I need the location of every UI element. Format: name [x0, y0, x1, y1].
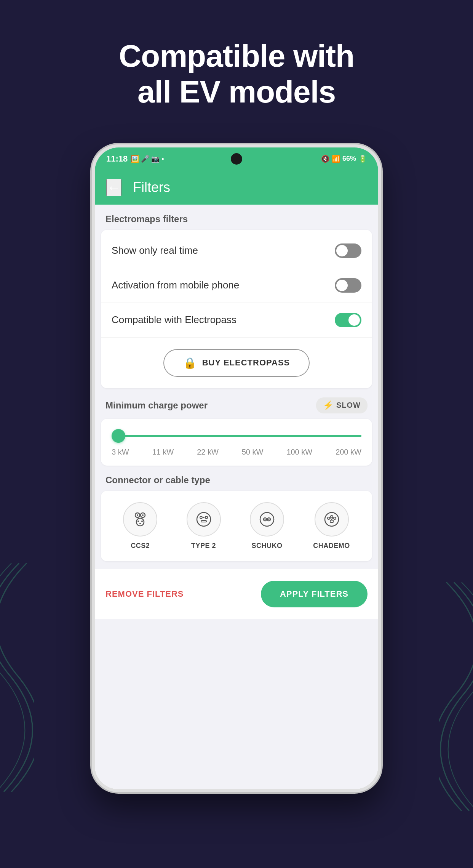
status-time: 11:18 🖼️ 🎤 📷 •: [106, 154, 164, 164]
slider-label-100kw: 100 kW: [286, 448, 312, 456]
phone-content[interactable]: Electromaps filters Show only real time …: [95, 205, 378, 789]
svg-point-16: [264, 519, 265, 520]
svg-rect-12: [201, 520, 206, 522]
connector-icon-ccs2: [123, 502, 157, 536]
svg-point-8: [197, 512, 211, 526]
slider-track-container: [112, 430, 361, 442]
toggle-knob-realtime: [336, 245, 348, 256]
svg-point-2: [137, 514, 138, 516]
toggle-knob-electropass: [348, 314, 360, 326]
connector-label-chademo: CHADEMO: [313, 542, 350, 550]
back-button[interactable]: ←: [106, 179, 121, 196]
connector-label-type2: TYPE 2: [191, 542, 216, 550]
connector-label-ccs2: CCS2: [131, 542, 150, 550]
slider-label-200kw: 200 kW: [336, 448, 361, 456]
svg-point-19: [328, 517, 330, 519]
svg-point-11: [203, 517, 205, 518]
slider-labels: 3 kW 11 kW 22 kW 50 kW 100 kW 200 kW: [112, 448, 361, 456]
connector-grid: CCS2 TYPE 2: [101, 491, 372, 561]
filters-section-label: Electromaps filters: [95, 205, 378, 230]
filter-row-mobile: Activation from mobile phone: [101, 268, 372, 303]
connector-chademo[interactable]: CHADEMO: [313, 502, 350, 550]
power-badge-label: SLOW: [336, 401, 361, 410]
slider-track: [112, 435, 361, 437]
filter-row-electropass: Compatible with Electropass: [101, 303, 372, 338]
svg-point-3: [142, 514, 144, 516]
phone-frame: 11:18 🖼️ 🎤 📷 • 🔇 📶 66% 🔋 ← Filters Elect…: [92, 144, 381, 792]
filter-label-realtime: Show only real time: [112, 245, 198, 256]
connector-label-schuko: SCHUKO: [251, 542, 282, 550]
toggle-realtime[interactable]: [335, 243, 361, 258]
phone-mockup: 11:18 🖼️ 🎤 📷 • 🔇 📶 66% 🔋 ← Filters Elect…: [0, 133, 473, 792]
power-title: Minimum charge power: [105, 400, 208, 411]
filter-label-mobile: Activation from mobile phone: [112, 279, 239, 291]
header-title: Filters: [133, 179, 170, 195]
camera-notch: [231, 153, 242, 165]
svg-point-17: [268, 519, 269, 520]
connector-section-label: Connector or cable type: [101, 466, 372, 491]
svg-point-4: [136, 518, 144, 526]
filter-row-realtime: Show only real time: [101, 234, 372, 268]
slider-label-3kw: 3 kW: [112, 448, 129, 456]
filter-card: Show only real time Activation from mobi…: [101, 230, 372, 388]
toggle-electropass[interactable]: [335, 313, 361, 327]
power-badge: ⚡ SLOW: [316, 397, 368, 413]
connector-icon-schuko: [250, 502, 284, 536]
slider-label-22kw: 22 kW: [197, 448, 219, 456]
remove-filters-button[interactable]: REMOVE FILTERS: [105, 589, 184, 599]
power-header: Minimum charge power ⚡ SLOW: [101, 388, 372, 419]
svg-point-10: [205, 516, 208, 519]
lock-icon: 🔒: [183, 357, 197, 369]
slider-card: 3 kW 11 kW 22 kW 50 kW 100 kW 200 kW: [101, 419, 372, 466]
svg-point-9: [200, 516, 202, 519]
connector-type2[interactable]: TYPE 2: [187, 502, 221, 550]
connector-icon-chademo: [315, 502, 349, 536]
bolt-icon: ⚡: [323, 400, 333, 410]
buy-btn-label: BUY ELECTROPASS: [202, 358, 290, 368]
connector-icon-type2: [187, 502, 221, 536]
app-header: ← Filters: [95, 170, 378, 205]
toggle-mobile[interactable]: [335, 278, 361, 293]
slider-label-50kw: 50 kW: [242, 448, 264, 456]
connector-section: Connector or cable type: [95, 466, 378, 561]
hero-title: Compatible withall EV models: [0, 0, 473, 133]
filter-label-electropass: Compatible with Electropass: [112, 314, 237, 326]
svg-point-20: [334, 517, 336, 519]
power-section: Minimum charge power ⚡ SLOW 3 kW 11 k: [95, 388, 378, 466]
slider-thumb[interactable]: [112, 429, 125, 443]
bottom-actions: REMOVE FILTERS APPLY FILTERS: [95, 569, 378, 619]
buy-btn-container: 🔒 BUY ELECTROPASS: [101, 338, 372, 384]
status-icons: 🔇 📶 66% 🔋: [321, 155, 367, 163]
svg-point-21: [331, 516, 333, 518]
connector-ccs2[interactable]: CCS2: [123, 502, 157, 550]
toggle-knob-mobile: [336, 280, 348, 291]
slider-label-11kw: 11 kW: [152, 448, 174, 456]
apply-filters-button[interactable]: APPLY FILTERS: [261, 581, 368, 607]
svg-point-5: [137, 520, 139, 522]
buy-electropass-button[interactable]: 🔒 BUY ELECTROPASS: [163, 349, 310, 377]
svg-point-7: [139, 523, 141, 524]
connector-schuko[interactable]: SCHUKO: [250, 502, 284, 550]
svg-point-6: [141, 520, 143, 522]
